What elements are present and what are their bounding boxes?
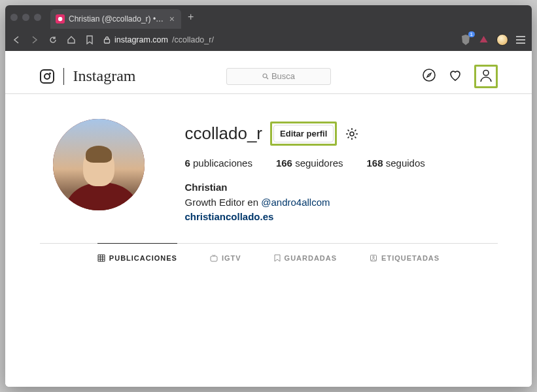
grid-icon — [97, 254, 105, 262]
bio-link[interactable]: christiancollado.es — [185, 211, 274, 222]
tagged-icon — [370, 254, 377, 262]
instagram-favicon — [56, 14, 65, 24]
instagram-wordmark: Instagram — [73, 67, 136, 85]
url-domain: instagram.com — [114, 35, 168, 44]
browser-toolbar: instagram.com/ccollado_r/ 1 — [5, 29, 532, 51]
window-controls — [10, 14, 41, 21]
settings-gear-icon[interactable] — [345, 127, 359, 141]
browser-tab[interactable]: Christian (@ccollado_r) • Fotos × — [50, 9, 181, 29]
tab-tagged-label: Etiquetadas — [381, 254, 440, 262]
home-button[interactable] — [67, 35, 76, 44]
address-bar[interactable]: instagram.com/ccollado_r/ — [103, 35, 451, 44]
profile-section: ccollado_r Editar perfil 6 publicaciones… — [40, 119, 498, 225]
svg-point-5 — [350, 132, 354, 136]
svg-point-1 — [263, 74, 267, 78]
brave-shields-icon[interactable]: 1 — [460, 34, 471, 46]
svg-rect-6 — [211, 256, 217, 261]
browser-menu-icon[interactable] — [516, 36, 525, 44]
profile-bio: Christian Growth Editor en @andro4allcom… — [185, 180, 498, 225]
profile-stats: 6 publicaciones 166 seguidores 168 segui… — [185, 157, 498, 169]
edit-profile-button[interactable]: Editar perfil — [273, 125, 334, 142]
page-content: Instagram Busca — [5, 51, 532, 387]
close-tab-icon[interactable]: × — [169, 14, 175, 24]
svg-point-3 — [423, 69, 435, 81]
svg-point-4 — [483, 70, 489, 75]
browser-profile-icon[interactable] — [496, 34, 508, 46]
bio-mention[interactable]: @andro4allcom — [261, 197, 330, 208]
brave-badge: 1 — [468, 31, 475, 37]
search-input[interactable]: Busca — [226, 68, 331, 85]
explore-icon[interactable] — [422, 68, 436, 85]
back-button[interactable] — [12, 36, 21, 44]
instagram-glyph-icon — [40, 69, 54, 84]
search-icon — [262, 73, 269, 80]
instagram-header: Instagram Busca — [5, 59, 532, 94]
bookmark-button[interactable] — [85, 35, 94, 44]
tab-igtv-label: IGTV — [222, 254, 241, 262]
browser-tab-bar: Christian (@ccollado_r) • Fotos × + — [5, 5, 532, 29]
tab-saved[interactable]: Guardadas — [274, 243, 338, 272]
stat-followers[interactable]: 166 seguidores — [276, 157, 343, 169]
brand-divider — [63, 68, 64, 85]
profile-icon-highlight — [474, 65, 498, 88]
bio-name: Christian — [185, 180, 498, 195]
tab-posts[interactable]: Publicaciones — [97, 243, 177, 272]
new-tab-button[interactable]: + — [181, 11, 200, 23]
svg-point-8 — [373, 256, 375, 258]
edit-profile-highlight: Editar perfil — [270, 122, 337, 146]
svg-line-2 — [266, 77, 268, 79]
window-minimize[interactable] — [22, 14, 29, 21]
username: ccollado_r — [185, 123, 263, 144]
url-path: /ccollado_r/ — [172, 35, 214, 44]
profile-icon[interactable] — [479, 73, 493, 84]
forward-button[interactable] — [30, 36, 39, 44]
bio-text: Growth Editor en — [185, 197, 262, 208]
search-placeholder: Busca — [271, 71, 295, 81]
tab-saved-label: Guardadas — [285, 254, 338, 262]
tab-title: Christian (@ccollado_r) • Fotos — [69, 14, 165, 24]
activity-heart-icon[interactable] — [448, 68, 462, 85]
window-maximize[interactable] — [34, 14, 41, 21]
window-close[interactable] — [10, 14, 18, 21]
tv-icon — [210, 254, 218, 262]
content-tabs: Publicaciones IGTV Guardadas Etiquetadas — [40, 243, 498, 272]
tab-igtv[interactable]: IGTV — [210, 243, 241, 272]
reload-button[interactable] — [48, 35, 58, 44]
stat-following[interactable]: 168 seguidos — [367, 157, 425, 169]
brave-rewards-icon[interactable] — [479, 35, 489, 45]
brand-group[interactable]: Instagram — [40, 67, 136, 85]
avatar[interactable] — [53, 119, 145, 210]
tab-posts-label: Publicaciones — [109, 254, 177, 262]
tab-tagged[interactable]: Etiquetadas — [370, 243, 440, 272]
lock-icon — [103, 36, 111, 44]
stat-posts: 6 publicaciones — [185, 157, 252, 169]
svg-rect-0 — [105, 39, 110, 43]
bookmark-icon — [274, 254, 281, 262]
